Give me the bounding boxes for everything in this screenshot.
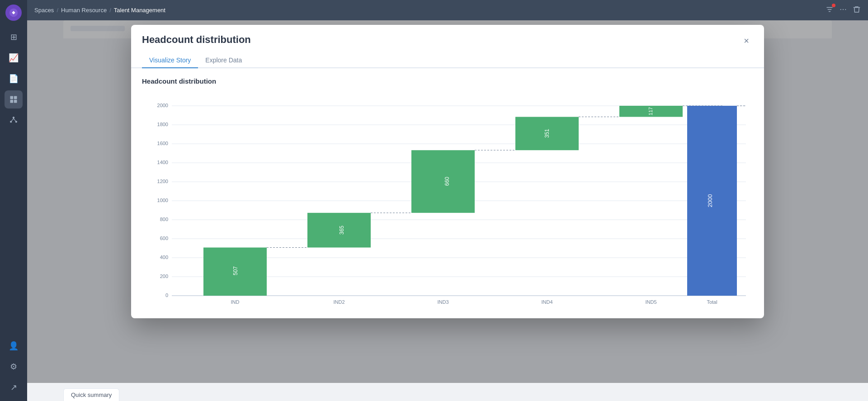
cluster-icon xyxy=(9,116,18,125)
tab-visualize-story[interactable]: Visualize Story xyxy=(142,53,198,68)
svg-text:400: 400 xyxy=(160,255,168,260)
svg-point-7 xyxy=(15,121,17,123)
filter-badge xyxy=(832,4,835,7)
delete-button[interactable] xyxy=(853,5,861,15)
svg-text:1800: 1800 xyxy=(157,122,168,127)
close-button[interactable]: × xyxy=(740,34,753,47)
svg-line-9 xyxy=(14,118,16,121)
svg-text:1200: 1200 xyxy=(157,179,168,184)
sidebar-item-reports[interactable]: 📄 xyxy=(5,70,23,88)
breadcrumb-human-resource[interactable]: Human Resource xyxy=(61,7,107,14)
breadcrumb-spaces[interactable]: Spaces xyxy=(34,7,54,14)
quick-summary-tab[interactable]: Quick summary xyxy=(63,388,119,401)
sidebar-item-profile[interactable]: 👤 xyxy=(5,337,23,355)
analytics-icon: 📈 xyxy=(9,53,19,63)
sidebar-item-cluster[interactable] xyxy=(5,111,23,129)
breadcrumb-talent-management[interactable]: Talent Management xyxy=(114,7,165,14)
svg-text:200: 200 xyxy=(160,274,168,279)
modal: Headcount distribution × Visualize Story… xyxy=(131,25,764,318)
svg-text:600: 600 xyxy=(160,236,168,241)
chart-title: Headcount distribution xyxy=(142,77,753,85)
sidebar: ⊞ 📈 📄 👤 ⚙ ↗ xyxy=(0,0,27,401)
tab-explore-data[interactable]: Explore Data xyxy=(198,53,249,68)
grid-icon xyxy=(9,95,18,104)
settings-icon: ⚙ xyxy=(10,362,17,372)
svg-rect-2 xyxy=(14,96,17,99)
svg-point-6 xyxy=(10,121,12,123)
person-icon: 👤 xyxy=(9,341,19,351)
breadcrumb-sep-2: / xyxy=(109,7,111,14)
svg-text:351: 351 xyxy=(544,129,550,138)
svg-text:800: 800 xyxy=(160,217,168,222)
svg-text:2000: 2000 xyxy=(157,103,168,108)
svg-text:1400: 1400 xyxy=(157,160,168,165)
app-logo[interactable] xyxy=(5,5,22,21)
svg-point-10 xyxy=(840,9,841,9)
breadcrumb-sep-1: / xyxy=(57,7,58,14)
page-background: Headcount distribution × Visualize Story… xyxy=(27,20,868,401)
svg-text:IND2: IND2 xyxy=(333,299,344,305)
svg-text:IND5: IND5 xyxy=(645,299,656,305)
svg-text:365: 365 xyxy=(339,226,345,235)
bottom-bar: Quick summary xyxy=(27,383,868,401)
filter-button[interactable] xyxy=(826,5,834,15)
svg-rect-1 xyxy=(10,96,14,99)
modal-overlay: Headcount distribution × Visualize Story… xyxy=(27,20,868,401)
sidebar-item-analytics[interactable]: 📈 xyxy=(5,49,23,67)
svg-text:660: 660 xyxy=(444,177,450,186)
breadcrumb: Spaces / Human Resource / Talent Managem… xyxy=(34,7,165,14)
modal-title: Headcount distribution xyxy=(142,34,251,46)
sidebar-item-settings[interactable]: ⚙ xyxy=(5,358,23,376)
svg-text:0: 0 xyxy=(165,292,168,298)
sidebar-item-export[interactable]: ↗ xyxy=(5,378,23,396)
svg-text:117: 117 xyxy=(648,107,653,115)
svg-text:2000: 2000 xyxy=(707,194,713,208)
svg-rect-3 xyxy=(10,100,14,103)
topbar-actions xyxy=(826,5,861,15)
svg-point-12 xyxy=(845,9,846,9)
sidebar-item-grid[interactable] xyxy=(5,90,23,109)
more-options-button[interactable] xyxy=(839,5,847,15)
sidebar-item-dashboard[interactable]: ⊞ xyxy=(5,28,23,46)
reports-icon: 📄 xyxy=(9,74,19,84)
modal-header: Headcount distribution × xyxy=(131,25,764,47)
modal-tabs: Visualize Story Explore Data xyxy=(131,47,764,68)
svg-rect-4 xyxy=(14,100,17,103)
svg-text:Total: Total xyxy=(707,299,717,305)
svg-text:IND: IND xyxy=(231,299,240,305)
svg-text:IND3: IND3 xyxy=(437,299,448,305)
svg-text:507: 507 xyxy=(232,266,239,275)
main-area: Spaces / Human Resource / Talent Managem… xyxy=(27,0,868,401)
dashboard-icon: ⊞ xyxy=(10,32,17,42)
bar-IND3 xyxy=(411,150,475,213)
svg-text:IND4: IND4 xyxy=(541,299,552,305)
topbar: Spaces / Human Resource / Talent Managem… xyxy=(27,0,868,20)
chart-container: 0 200 400 600 800 1000 xyxy=(142,92,753,309)
svg-point-5 xyxy=(13,117,14,118)
export-icon: ↗ xyxy=(10,382,17,392)
svg-point-11 xyxy=(843,9,844,9)
svg-line-8 xyxy=(11,118,14,121)
svg-text:1000: 1000 xyxy=(157,198,168,203)
modal-body: Headcount distribution 0 xyxy=(131,68,764,318)
waterfall-chart: 0 200 400 600 800 1000 xyxy=(142,92,753,309)
svg-text:1600: 1600 xyxy=(157,141,168,146)
